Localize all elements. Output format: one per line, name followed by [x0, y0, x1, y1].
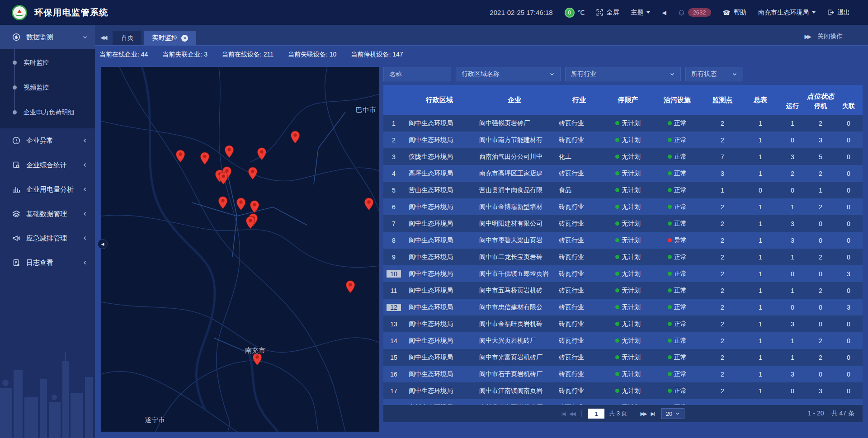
tabs-scroll-left-button[interactable]: ◀◀: [99, 34, 110, 45]
chevron-left-icon: [82, 187, 88, 192]
sidebar-group-enterprise-abnormal[interactable]: 企业异常: [0, 128, 95, 153]
cell-index: 9: [383, 254, 404, 261]
cell-meter-count: 1: [742, 387, 778, 395]
map-pin[interactable]: [225, 146, 233, 158]
help-button[interactable]: ☎ 帮助: [723, 9, 746, 17]
table-row[interactable]: 11阆中生态环境局阆中市五马桥页岩机砖砖瓦行业无计划正常21120: [383, 282, 863, 299]
green-dot-icon: [615, 355, 619, 359]
table-row[interactable]: 13阆中生态环境局阆中市金福旺页岩机砖砖瓦行业无计划正常21300: [383, 316, 863, 332]
sidebar-group-data-monitor[interactable]: 数据监测: [0, 25, 95, 49]
map-pin[interactable]: [291, 131, 299, 143]
green-dot-icon: [615, 322, 619, 326]
sidebar-submenu: 实时监控 视频监控 企业电力负荷明细: [0, 49, 95, 128]
alert-circle-icon: [12, 137, 20, 145]
cell-monitor-count: 2: [703, 237, 742, 244]
cell-company: 阆中强锐页岩砖厂: [475, 119, 554, 127]
cell-company: 阆中市光富页岩机砖厂: [475, 353, 554, 362]
column-header: 监测点: [703, 85, 742, 115]
map-pin[interactable]: [200, 152, 209, 165]
stat-value: 147: [392, 51, 403, 58]
table-row[interactable]: 7阆中生态环境局阆中明阳建材有限公司砖瓦行业无计划正常21300: [383, 215, 863, 232]
app-title: 环保用电监管系统: [34, 7, 108, 19]
table-row[interactable]: 17阆中生态环境局阆中市江南镇阆南页岩砖瓦行业无计划正常21030: [383, 382, 863, 399]
table-row[interactable]: 12阆中生态环境局阆中市忠信建材有限公砖瓦行业无计划正常21003: [383, 299, 863, 316]
table-row[interactable]: 5营山生态环境局营山县润丰肉食品有限食品无计划正常10010: [383, 182, 863, 198]
fullscreen-button[interactable]: 全屏: [596, 9, 619, 17]
status-select[interactable]: 所有状态: [685, 67, 743, 81]
map-roads: [101, 67, 379, 432]
name-search-input[interactable]: [383, 67, 451, 81]
map-panel[interactable]: ◀: [101, 67, 379, 432]
map-canvas[interactable]: 巴中市南充市遂宁市: [101, 67, 379, 432]
cell-stop-count: 0: [807, 304, 835, 311]
sidebar-group-emergency-reduction[interactable]: 应急减排管理: [0, 226, 95, 250]
cell-meter-count: 1: [742, 203, 778, 211]
table-row[interactable]: 15阆中生态环境局阆中市光富页岩机砖厂砖瓦行业无计划正常21120: [383, 349, 863, 366]
table-row[interactable]: 3仪陇生态环境局西南油气田分公司川中化工无计划正常71350: [383, 148, 863, 165]
close-tab-icon[interactable]: ✕: [181, 35, 188, 42]
logout-button[interactable]: 退出: [827, 9, 850, 17]
cell-company: 西南油气田分公司川中: [475, 153, 554, 161]
next-page-button[interactable]: ▶▶: [641, 411, 646, 417]
temperature-badge: 0: [565, 8, 575, 18]
map-pin[interactable]: [218, 197, 227, 209]
map-pin[interactable]: [219, 172, 227, 184]
org-dropdown[interactable]: 南充市生态环境局: [758, 9, 816, 17]
sidebar-item-realtime-monitor[interactable]: 实时监控: [0, 50, 95, 75]
sidebar-group-enterprise-statistics[interactable]: 企业综合统计: [0, 153, 95, 177]
sidebar-group-power-analysis[interactable]: 企业用电量分析: [0, 177, 95, 202]
tabs-scroll-right-button[interactable]: ▶▶: [805, 33, 810, 40]
region-select[interactable]: 行政区域名称: [456, 67, 561, 81]
green-dot-icon: [615, 221, 619, 226]
prev-page-button[interactable]: ◀◀: [569, 411, 575, 417]
theme-dropdown[interactable]: 主题: [631, 9, 650, 17]
table-row[interactable]: 6阆中生态环境局阆中市金博瑞新型墙材砖瓦行业无计划正常21120: [383, 198, 863, 215]
cell-limit-status: 无计划: [604, 303, 652, 311]
sidebar-item-video-monitor[interactable]: 视频监控: [0, 75, 95, 100]
cell-company: 阆中明阳建材有限公司: [475, 220, 554, 228]
page-number-input[interactable]: [588, 409, 604, 419]
close-operations[interactable]: ▶▶ 关闭操作: [805, 33, 843, 45]
map-pin[interactable]: [364, 198, 373, 210]
page-size-select[interactable]: 20: [661, 408, 684, 419]
map-pin[interactable]: [246, 217, 255, 229]
sidebar-group-base-data[interactable]: 基础数据管理: [0, 202, 95, 226]
sidebar-item-power-load-detail[interactable]: 企业电力负荷明细: [0, 100, 95, 125]
table-row[interactable]: 1阆中生态环境局阆中强锐页岩砖厂砖瓦行业无计划正常21120: [383, 115, 863, 132]
column-header: 停限产: [604, 85, 652, 115]
first-page-button[interactable]: |◀: [561, 411, 565, 417]
cell-stop-count: 2: [807, 254, 835, 261]
table-row[interactable]: 2阆中生态环境局阆中市南方节能建材有砖瓦行业无计划正常21030: [383, 132, 863, 148]
cell-lost-count: 0: [835, 187, 863, 194]
table-row[interactable]: 8阆中生态环境局阆中市枣碧大梁山页岩砖瓦行业无计划异常21300: [383, 232, 863, 249]
table-row[interactable]: 18南部生态环境局南部县建兴页岩机砖厂砖瓦行业无计划正常21030: [383, 399, 863, 405]
map-pin[interactable]: [248, 167, 257, 179]
green-dot-icon: [615, 272, 619, 276]
table-row[interactable]: 9阆中生态环境局阆中市二龙长宝页岩砖砖瓦行业无计划正常21120: [383, 249, 863, 265]
table-row[interactable]: 14阆中生态环境局阆中大兴页岩机砖厂砖瓦行业无计划正常21120: [383, 332, 863, 349]
sidebar-group-log-view[interactable]: 日志查看: [0, 250, 95, 275]
record-total-label: 共 47 条: [831, 410, 854, 418]
table-row[interactable]: 10阆中生态环境局阆中市千佛镇五郎垭页岩砖瓦行业无计划正常21003: [383, 265, 863, 282]
map-pin[interactable]: [346, 281, 354, 293]
cell-index: 12: [383, 304, 404, 311]
map-pin[interactable]: [253, 353, 261, 365]
green-dot-icon: [668, 372, 672, 376]
mute-speaker-button[interactable]: ◀: [662, 9, 666, 16]
cell-stop-count: 0: [807, 371, 835, 378]
cell-run-count: 2: [778, 170, 807, 177]
notifications[interactable]: 2632: [678, 8, 711, 17]
last-page-button[interactable]: ▶|: [651, 411, 654, 417]
tab-realtime-monitor[interactable]: 实时监控 ✕: [144, 31, 196, 45]
map-pin[interactable]: [176, 150, 184, 162]
enterprise-panel: 行政区域名称 所有行业 所有状态: [383, 67, 863, 422]
table-row[interactable]: 4高坪生态环境局南充市高坪区王家店建砖瓦行业无计划正常31220: [383, 165, 863, 182]
cell-index: 1: [383, 120, 404, 127]
industry-select[interactable]: 所有行业: [565, 67, 681, 81]
sidebar-collapse-handle[interactable]: ◀: [98, 239, 108, 249]
tab-home[interactable]: 首页: [113, 31, 142, 45]
map-pin[interactable]: [236, 198, 245, 210]
cell-facility-status: 正常: [652, 370, 703, 378]
table-row[interactable]: 16阆中生态环境局阆中市石子页岩机砖厂砖瓦行业无计划正常21300: [383, 366, 863, 382]
index-highlight-badge: 12: [387, 304, 401, 311]
